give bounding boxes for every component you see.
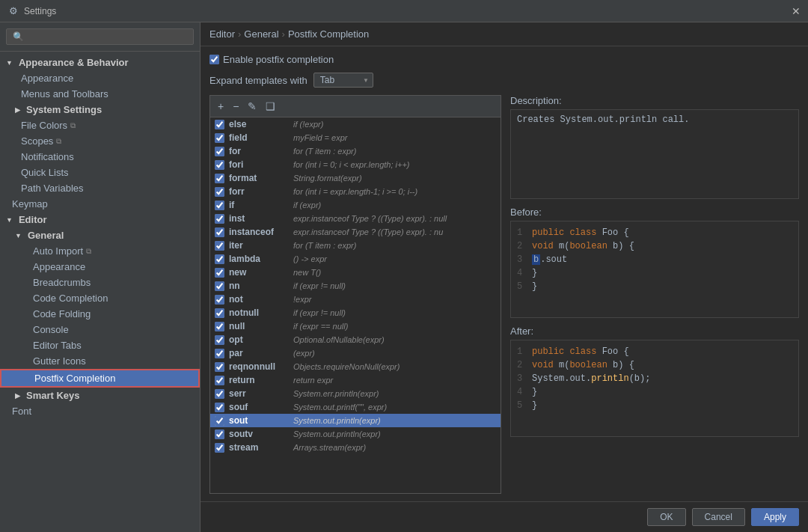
sidebar-item-auto-import[interactable]: Auto Import ⧉ <box>0 243 200 259</box>
remove-template-button[interactable]: − <box>230 99 242 114</box>
template-checkbox[interactable] <box>215 268 224 278</box>
template-checkbox[interactable] <box>215 187 224 197</box>
enable-checkbox-label[interactable]: Enable postfix completion <box>209 54 334 65</box>
template-checkbox[interactable] <box>215 133 224 143</box>
sidebar-item-code-completion[interactable]: Code Completion <box>0 290 200 306</box>
template-row[interactable]: null if (expr == null) <box>210 319 501 333</box>
apply-button[interactable]: Apply <box>751 508 799 526</box>
ok-button[interactable]: OK <box>647 508 685 526</box>
template-checkbox[interactable] <box>215 376 224 385</box>
template-row[interactable]: else if (!expr) <box>210 117 501 131</box>
template-row[interactable]: stream Arrays.stream(expr) <box>210 441 501 454</box>
sidebar-item-keymap[interactable]: Keymap <box>0 196 200 212</box>
template-row[interactable]: new new T() <box>210 266 501 279</box>
template-checkbox[interactable] <box>215 335 224 345</box>
sidebar-item-breadcrumbs[interactable]: Breadcrumbs <box>0 275 200 290</box>
search-input[interactable] <box>6 28 194 45</box>
template-checkbox[interactable] <box>215 147 224 156</box>
template-checkbox[interactable] <box>215 120 224 129</box>
add-template-button[interactable]: + <box>215 99 227 114</box>
template-row[interactable]: not !expr <box>210 293 501 306</box>
template-row[interactable]: lambda () -> expr <box>210 252 501 266</box>
template-row[interactable]: format String.format(expr) <box>210 171 501 185</box>
template-row[interactable]: field myField = expr <box>210 131 501 144</box>
template-checkbox[interactable] <box>215 295 224 305</box>
template-checkbox[interactable] <box>215 403 224 412</box>
template-desc: for (int i = 0; i < expr.length; i++) <box>293 160 410 169</box>
sidebar-item-quick-lists[interactable]: Quick Lists <box>0 165 200 180</box>
template-checkbox[interactable] <box>215 362 224 372</box>
close-button[interactable]: ✕ <box>792 5 801 17</box>
template-row[interactable]: if if (expr) <box>210 198 501 212</box>
template-checkbox[interactable] <box>215 281 224 291</box>
template-row[interactable]: instanceof expr.instanceof Type ? ((Type… <box>210 225 501 239</box>
template-checkbox[interactable] <box>215 308 224 318</box>
sidebar-item-code-folding[interactable]: Code Folding <box>0 306 200 322</box>
sidebar-item-postfix-completion[interactable]: Postfix Completion <box>0 369 200 388</box>
template-checkbox[interactable] <box>215 416 224 426</box>
template-row[interactable]: reqnonnull Objects.requireNonNull(expr) <box>210 360 501 373</box>
sidebar-item-scopes[interactable]: Scopes ⧉ <box>0 133 200 149</box>
breadcrumb-part-2: General <box>244 28 278 40</box>
sidebar-item-editor[interactable]: Editor <box>0 212 200 227</box>
template-row[interactable]: par (expr) <box>210 346 501 360</box>
sidebar-item-gutter-icons[interactable]: Gutter Icons <box>0 353 200 369</box>
sidebar-item-editor-tabs[interactable]: Editor Tabs <box>0 337 200 353</box>
sidebar-item-appearance[interactable]: Appearance <box>0 70 200 86</box>
template-row[interactable]: sout System.out.println(expr) <box>210 414 501 427</box>
template-key: stream <box>229 442 289 453</box>
template-checkbox[interactable] <box>215 174 224 183</box>
sidebar-item-menus-toolbars[interactable]: Menus and Toolbars <box>0 86 200 102</box>
template-row[interactable]: forr for (int i = expr.length-1; i >= 0;… <box>210 185 501 198</box>
sidebar-item-label: Editor <box>19 214 47 225</box>
search-box <box>0 22 200 52</box>
sidebar-item-appearance-behavior[interactable]: Appearance & Behavior <box>0 55 200 70</box>
sidebar-item-appearance-editor[interactable]: Appearance <box>0 259 200 275</box>
template-checkbox[interactable] <box>215 241 224 251</box>
sidebar-item-file-colors[interactable]: File Colors ⧉ <box>0 117 200 133</box>
sidebar-item-path-variables[interactable]: Path Variables <box>0 180 200 196</box>
template-checkbox[interactable] <box>215 201 224 210</box>
template-row[interactable]: iter for (T item : expr) <box>210 239 501 252</box>
template-checkbox[interactable] <box>215 429 224 439</box>
template-row[interactable]: opt Optional.ofNullable(expr) <box>210 333 501 346</box>
sidebar-item-label: Notifications <box>21 151 74 162</box>
template-row[interactable]: return return expr <box>210 373 501 387</box>
template-checkbox[interactable] <box>215 214 224 224</box>
template-row[interactable]: inst expr.instanceof Type ? ((Type) expr… <box>210 212 501 225</box>
template-row[interactable]: souf System.out.printf("", expr) <box>210 400 501 414</box>
template-key: return <box>229 375 289 385</box>
template-row[interactable]: for for (T item : expr) <box>210 144 501 158</box>
template-row[interactable]: nn if (expr != null) <box>210 279 501 293</box>
template-key: else <box>229 119 289 129</box>
title-bar-left: ⚙ Settings <box>7 5 56 17</box>
sidebar-item-system-settings[interactable]: System Settings <box>0 102 200 117</box>
sidebar-item-label: Console <box>33 324 69 335</box>
sidebar-item-general[interactable]: General <box>0 227 200 243</box>
template-checkbox[interactable] <box>215 254 224 264</box>
sidebar-item-label: Scopes <box>21 135 53 147</box>
sidebar-item-notifications[interactable]: Notifications <box>0 149 200 165</box>
table-toolbar: + − ✎ ❑ <box>210 96 501 117</box>
copy-template-button[interactable]: ❑ <box>263 99 278 114</box>
template-row[interactable]: soutv System.out.println(expr) <box>210 427 501 441</box>
template-desc: myField = expr <box>293 133 347 142</box>
template-checkbox[interactable] <box>215 322 224 331</box>
sidebar-item-smart-keys[interactable]: Smart Keys <box>0 388 200 403</box>
template-row[interactable]: notnull if (expr != null) <box>210 306 501 319</box>
template-checkbox[interactable] <box>215 227 224 237</box>
sidebar-item-font[interactable]: Font <box>0 403 200 419</box>
template-checkbox[interactable] <box>215 349 224 358</box>
template-row[interactable]: fori for (int i = 0; i < expr.length; i+… <box>210 158 501 171</box>
enable-checkbox[interactable] <box>209 55 219 64</box>
template-row[interactable]: serr System.err.println(expr) <box>210 387 501 400</box>
sidebar-item-console[interactable]: Console <box>0 322 200 337</box>
edit-template-button[interactable]: ✎ <box>245 99 260 114</box>
sidebar-item-label: Breadcrumbs <box>33 277 91 288</box>
sidebar-item-label: Auto Import <box>33 245 83 257</box>
expand-templates-select[interactable]: Tab Enter Space <box>313 73 373 88</box>
template-checkbox[interactable] <box>215 160 224 170</box>
template-checkbox[interactable] <box>215 389 224 399</box>
cancel-button[interactable]: Cancel <box>692 508 745 526</box>
template-checkbox[interactable] <box>215 443 224 453</box>
